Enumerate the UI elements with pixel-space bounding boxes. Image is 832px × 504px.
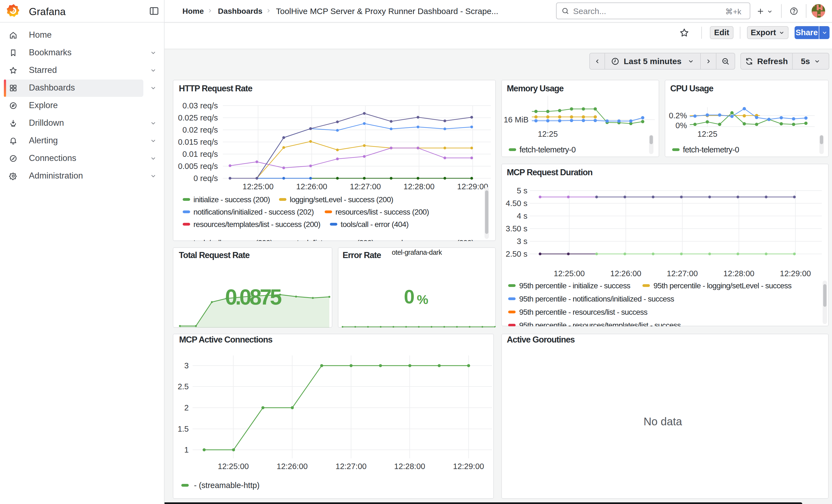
- svg-text:4.50 s: 4.50 s: [506, 199, 527, 208]
- svg-text:16 MiB: 16 MiB: [504, 115, 528, 124]
- svg-text:HTTP Request Rate: HTTP Request Rate: [179, 84, 253, 93]
- svg-text:12:27:00: 12:27:00: [350, 182, 381, 191]
- svg-text:12:25:00: 12:25:00: [218, 462, 249, 471]
- svg-text:0.005 req/s: 0.005 req/s: [178, 162, 218, 170]
- svg-text:0.015 req/s: 0.015 req/s: [178, 137, 218, 147]
- svg-text:otel-grafana-dark: otel-grafana-dark: [392, 248, 442, 256]
- svg-text:unknown - success (200): unknown - success (200): [393, 239, 474, 241]
- svg-text:resources/templates/list - suc: resources/templates/list - success (200): [193, 220, 320, 229]
- svg-text:12:28:00: 12:28:00: [723, 269, 754, 278]
- svg-text:0.025 req/s: 0.025 req/s: [178, 113, 218, 122]
- svg-text:12:25:00: 12:25:00: [243, 182, 274, 191]
- svg-text:Memory Usage: Memory Usage: [507, 84, 564, 93]
- svg-text:Total Request Rate: Total Request Rate: [179, 250, 250, 260]
- svg-text:2.50 s: 2.50 s: [506, 249, 527, 258]
- svg-text:initialize - success (200): initialize - success (200): [193, 195, 270, 204]
- svg-text:3: 3: [184, 361, 189, 370]
- svg-text:tools/list - success (200): tools/list - success (200): [297, 239, 374, 241]
- svg-text:12:25: 12:25: [538, 130, 558, 138]
- svg-text:3 s: 3 s: [517, 237, 527, 246]
- svg-text:tools/call - error (404): tools/call - error (404): [341, 220, 409, 229]
- svg-text:12:29:00: 12:29:00: [457, 182, 488, 191]
- svg-text:12:28:00: 12:28:00: [404, 182, 435, 191]
- svg-text:%: %: [417, 292, 428, 307]
- svg-text:fetch-telemetry-0: fetch-telemetry-0: [683, 145, 739, 154]
- svg-text:No data: No data: [644, 416, 682, 427]
- svg-text:1: 1: [184, 445, 189, 454]
- svg-text:3.50 s: 3.50 s: [506, 224, 527, 233]
- svg-text:12:27:00: 12:27:00: [336, 462, 367, 471]
- svg-text:0.0875: 0.0875: [225, 285, 282, 309]
- svg-text:12:26:00: 12:26:00: [296, 182, 328, 191]
- svg-text:12:25: 12:25: [698, 130, 718, 138]
- svg-text:1.5: 1.5: [178, 424, 189, 433]
- svg-text:0%: 0%: [675, 121, 687, 130]
- svg-text:0.03 req/s: 0.03 req/s: [182, 101, 218, 110]
- svg-text:95th percentile - initialize -: 95th percentile - initialize - success: [519, 282, 630, 290]
- svg-text:12:27:00: 12:27:00: [667, 269, 698, 278]
- svg-text:tools/call - success (200): tools/call - success (200): [193, 239, 272, 241]
- svg-text:12:28:00: 12:28:00: [394, 462, 425, 471]
- svg-text:0.01 req/s: 0.01 req/s: [182, 150, 218, 158]
- svg-text:12:26:00: 12:26:00: [277, 462, 308, 471]
- svg-text:12:25:00: 12:25:00: [554, 269, 585, 278]
- svg-text:Error Rate: Error Rate: [342, 250, 381, 260]
- svg-text:logging/setLevel - success (20: logging/setLevel - success (200): [290, 195, 393, 204]
- svg-text:MCP Active Connections: MCP Active Connections: [179, 335, 272, 344]
- svg-text:12:29:00: 12:29:00: [453, 462, 484, 471]
- svg-text:notifications/initialized - su: notifications/initialized - success (202…: [193, 208, 314, 216]
- svg-text:Active Goroutines: Active Goroutines: [507, 335, 575, 344]
- svg-text:CPU Usage: CPU Usage: [670, 84, 713, 93]
- svg-text:12:29:00: 12:29:00: [780, 269, 811, 278]
- svg-text:95th percentile - logging/setL: 95th percentile - logging/setLevel - suc…: [653, 282, 791, 290]
- svg-text:0.02 req/s: 0.02 req/s: [182, 126, 218, 134]
- svg-text:0 req/s: 0 req/s: [193, 174, 218, 183]
- svg-text:4 s: 4 s: [517, 212, 527, 220]
- svg-text:5 s: 5 s: [517, 186, 527, 195]
- svg-text:fetch-telemetry-0: fetch-telemetry-0: [519, 145, 576, 154]
- svg-text:2: 2: [184, 403, 189, 412]
- svg-text:2.5: 2.5: [178, 382, 189, 391]
- svg-text:- (streamable-http): - (streamable-http): [194, 481, 260, 490]
- svg-text:0: 0: [404, 286, 415, 308]
- svg-text:95th percentile - resources/te: 95th percentile - resources/templates/li…: [519, 321, 681, 326]
- svg-text:0.2%: 0.2%: [669, 111, 687, 120]
- svg-text:95th percentile - notification: 95th percentile - notifications/initiali…: [519, 295, 674, 303]
- svg-text:resources/list - success (200): resources/list - success (200): [335, 208, 429, 216]
- svg-text:95th percentile - resources/li: 95th percentile - resources/list - succe…: [519, 308, 647, 316]
- svg-text:12:26:00: 12:26:00: [610, 269, 641, 278]
- svg-text:MCP Request Duration: MCP Request Duration: [507, 167, 593, 177]
